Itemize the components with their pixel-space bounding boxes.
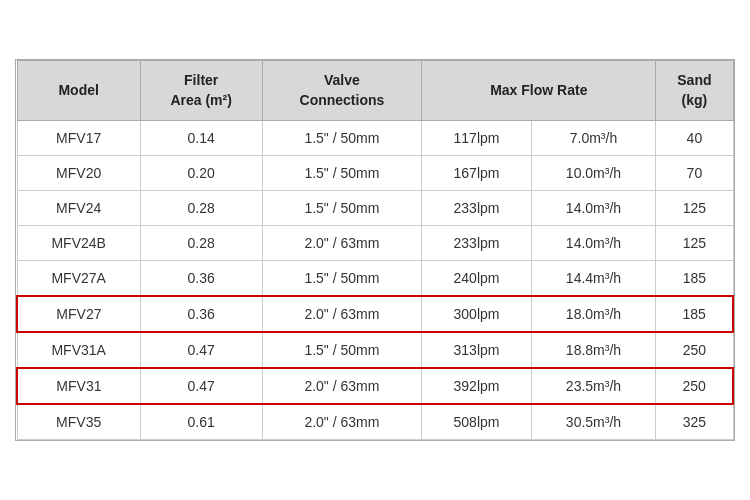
cell-flow-lpm: 240lpm (422, 261, 531, 297)
cell-flow-m3: 7.0m³/h (531, 121, 656, 156)
cell-model: MFV20 (17, 156, 140, 191)
cell-flow-lpm: 392lpm (422, 368, 531, 404)
cell-valve: 1.5" / 50mm (262, 121, 422, 156)
table-row: MFV24B0.282.0" / 63mm233lpm14.0m³/h125 (17, 226, 733, 261)
spec-table-wrapper: Model FilterArea (m²) ValveConnections M… (15, 59, 735, 441)
cell-sand: 125 (656, 191, 733, 226)
cell-valve: 1.5" / 50mm (262, 156, 422, 191)
cell-flow-m3: 30.5m³/h (531, 404, 656, 440)
cell-model: MFV31 (17, 368, 140, 404)
table-header-row: Model FilterArea (m²) ValveConnections M… (17, 60, 733, 120)
cell-sand: 325 (656, 404, 733, 440)
cell-flow-lpm: 508lpm (422, 404, 531, 440)
cell-model: MFV24 (17, 191, 140, 226)
cell-model: MFV31A (17, 332, 140, 368)
col-header-model: Model (17, 60, 140, 120)
cell-filter-area: 0.36 (140, 296, 262, 332)
cell-valve: 1.5" / 50mm (262, 191, 422, 226)
cell-model: MFV27A (17, 261, 140, 297)
cell-sand: 250 (656, 368, 733, 404)
cell-flow-lpm: 117lpm (422, 121, 531, 156)
cell-flow-m3: 14.4m³/h (531, 261, 656, 297)
cell-model: MFV17 (17, 121, 140, 156)
cell-filter-area: 0.14 (140, 121, 262, 156)
table-row: MFV200.201.5" / 50mm167lpm10.0m³/h70 (17, 156, 733, 191)
cell-filter-area: 0.47 (140, 332, 262, 368)
cell-model: MFV27 (17, 296, 140, 332)
table-row: MFV270.362.0" / 63mm300lpm18.0m³/h185 (17, 296, 733, 332)
col-header-filter-area: FilterArea (m²) (140, 60, 262, 120)
cell-valve: 2.0" / 63mm (262, 296, 422, 332)
cell-valve: 1.5" / 50mm (262, 261, 422, 297)
table-row: MFV350.612.0" / 63mm508lpm30.5m³/h325 (17, 404, 733, 440)
col-header-max-flow: Max Flow Rate (422, 60, 656, 120)
table-row: MFV31A0.471.5" / 50mm313lpm18.8m³/h250 (17, 332, 733, 368)
cell-sand: 40 (656, 121, 733, 156)
table-row: MFV170.141.5" / 50mm117lpm7.0m³/h40 (17, 121, 733, 156)
cell-filter-area: 0.28 (140, 191, 262, 226)
cell-flow-lpm: 233lpm (422, 226, 531, 261)
cell-flow-m3: 14.0m³/h (531, 226, 656, 261)
cell-model: MFV35 (17, 404, 140, 440)
cell-flow-lpm: 300lpm (422, 296, 531, 332)
cell-sand: 125 (656, 226, 733, 261)
cell-flow-m3: 18.0m³/h (531, 296, 656, 332)
cell-valve: 2.0" / 63mm (262, 404, 422, 440)
table-row: MFV310.472.0" / 63mm392lpm23.5m³/h250 (17, 368, 733, 404)
cell-flow-m3: 23.5m³/h (531, 368, 656, 404)
cell-flow-m3: 14.0m³/h (531, 191, 656, 226)
col-header-sand: Sand(kg) (656, 60, 733, 120)
cell-flow-lpm: 233lpm (422, 191, 531, 226)
cell-valve: 2.0" / 63mm (262, 368, 422, 404)
cell-filter-area: 0.28 (140, 226, 262, 261)
cell-flow-lpm: 313lpm (422, 332, 531, 368)
spec-table: Model FilterArea (m²) ValveConnections M… (16, 60, 734, 440)
cell-flow-m3: 10.0m³/h (531, 156, 656, 191)
cell-sand: 185 (656, 261, 733, 297)
cell-filter-area: 0.36 (140, 261, 262, 297)
cell-filter-area: 0.47 (140, 368, 262, 404)
col-header-valve: ValveConnections (262, 60, 422, 120)
cell-sand: 185 (656, 296, 733, 332)
cell-valve: 2.0" / 63mm (262, 226, 422, 261)
cell-valve: 1.5" / 50mm (262, 332, 422, 368)
cell-flow-m3: 18.8m³/h (531, 332, 656, 368)
table-row: MFV240.281.5" / 50mm233lpm14.0m³/h125 (17, 191, 733, 226)
cell-flow-lpm: 167lpm (422, 156, 531, 191)
cell-model: MFV24B (17, 226, 140, 261)
cell-sand: 250 (656, 332, 733, 368)
table-row: MFV27A0.361.5" / 50mm240lpm14.4m³/h185 (17, 261, 733, 297)
cell-filter-area: 0.61 (140, 404, 262, 440)
cell-filter-area: 0.20 (140, 156, 262, 191)
cell-sand: 70 (656, 156, 733, 191)
